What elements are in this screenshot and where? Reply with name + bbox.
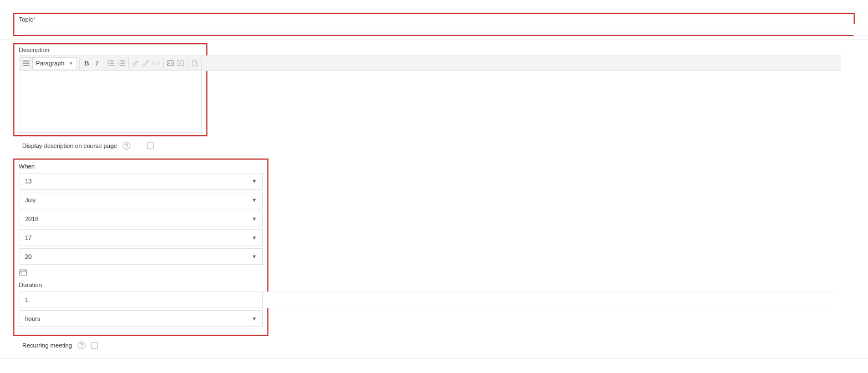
divider-after-topic (0, 39, 868, 40)
ordered-list-button[interactable]: 123 (116, 57, 126, 69)
italic-button[interactable]: I (92, 57, 101, 69)
bold-button[interactable]: B (82, 57, 92, 69)
display-description-label: Display description on course page (22, 142, 117, 149)
display-description-checkbox[interactable] (147, 142, 154, 149)
topic-input-wrapper (19, 24, 849, 35)
paragraph-format-value: Paragraph (36, 60, 64, 67)
svg-rect-1 (23, 63, 29, 64)
chevron-down-icon: ▼ (252, 235, 257, 241)
toolbar-separator (79, 58, 80, 69)
svg-rect-19 (19, 270, 26, 275)
when-month-value: July (25, 197, 36, 203)
svg-rect-0 (23, 60, 29, 62)
help-icon[interactable]: ? (123, 142, 130, 150)
when-hour-select[interactable]: 17 ▼ (19, 229, 263, 246)
duration-value-wrapper (19, 292, 263, 310)
unordered-list-button[interactable] (106, 57, 116, 69)
toolbar-separator (128, 58, 129, 69)
toolbar-separator (187, 58, 188, 69)
duration-unit-value: hours (25, 315, 40, 322)
divider-bottom (0, 358, 868, 359)
paragraph-format-select[interactable]: Paragraph ▼ (32, 57, 77, 69)
svg-rect-23 (21, 272, 22, 273)
description-field-group: Description Paragraph ▼ B I 123 (13, 43, 207, 136)
chevron-down-icon: ▼ (252, 216, 257, 222)
editor-toolbar-wrapper: Paragraph ▼ B I 123 (19, 55, 202, 71)
when-year-select[interactable]: 2018 ▼ (19, 211, 263, 227)
toolbar-separator (163, 58, 164, 69)
editor-toolbar: Paragraph ▼ B I 123 (19, 55, 202, 71)
duration-input-overflow (263, 292, 834, 308)
chevron-down-icon: ▼ (252, 197, 257, 203)
topic-input[interactable] (19, 24, 849, 34)
unlink-button[interactable] (141, 57, 150, 69)
when-hour-value: 17 (25, 234, 32, 241)
chevron-down-icon: ▼ (252, 254, 257, 259)
svg-point-17 (168, 62, 169, 63)
display-description-row: Display description on course page ? (22, 142, 868, 150)
toolbar-separator (104, 58, 104, 69)
topic-field-group: Topic* (13, 13, 855, 36)
svg-rect-2 (23, 65, 29, 66)
when-minute-value: 20 (25, 253, 32, 260)
media-button[interactable] (176, 57, 185, 69)
chevron-down-icon: ▼ (69, 61, 73, 66)
svg-point-7 (108, 65, 109, 66)
svg-point-5 (108, 63, 109, 64)
editor-toolbar-overflow (202, 55, 841, 71)
recurring-meeting-label: Recurring meeting (22, 342, 72, 349)
description-editor[interactable] (19, 71, 202, 133)
manage-files-button[interactable] (190, 57, 199, 69)
when-year-value: 2018 (25, 216, 38, 222)
link-button[interactable] (131, 57, 140, 69)
when-month-select[interactable]: July ▼ (19, 192, 263, 208)
when-label: When (19, 163, 263, 170)
svg-point-3 (108, 60, 109, 62)
topic-label-row: Topic* (19, 16, 849, 23)
chevron-down-icon: ▼ (252, 316, 257, 321)
chevron-down-icon: ▼ (252, 178, 257, 184)
duration-label: Duration (19, 282, 263, 288)
topic-label: Topic (19, 16, 33, 23)
duration-value-input[interactable] (19, 292, 263, 308)
description-label: Description (19, 47, 49, 53)
calendar-icon[interactable] (19, 268, 27, 276)
when-day-value: 13 (25, 178, 32, 185)
autolink-button[interactable] (151, 57, 161, 69)
when-day-select[interactable]: 13 ▼ (19, 173, 263, 190)
recurring-meeting-row: Recurring meeting ? (22, 341, 868, 349)
image-button[interactable] (165, 57, 175, 69)
divider-top (0, 9, 868, 9)
help-icon[interactable]: ? (78, 341, 85, 349)
recurring-meeting-checkbox[interactable] (91, 342, 98, 349)
required-marker: * (33, 16, 35, 23)
duration-unit-select[interactable]: hours ▼ (19, 310, 263, 327)
toolbar-toggle-icon[interactable] (22, 57, 31, 69)
topic-input-overflow (854, 24, 868, 36)
svg-text:3: 3 (118, 64, 120, 67)
when-minute-select[interactable]: 20 ▼ (19, 248, 263, 265)
when-duration-group: When 13 ▼ July ▼ 2018 ▼ 17 ▼ 20 ▼ Durati… (13, 159, 268, 336)
